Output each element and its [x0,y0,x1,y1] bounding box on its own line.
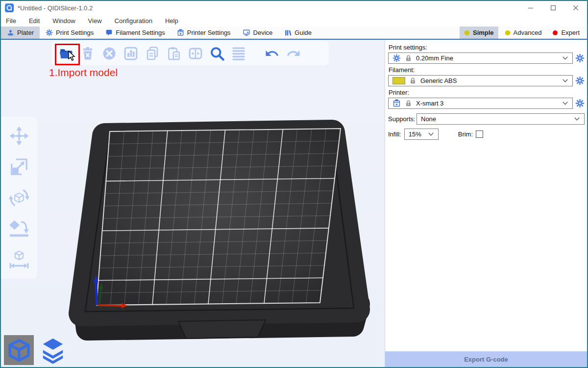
minimize-button[interactable] [519,1,542,15]
export-gcode-button[interactable]: Export G-code [385,351,587,367]
paste-button[interactable] [167,46,181,61]
search-icon [210,46,224,61]
lock-icon [409,77,416,84]
bed-grid-surface [97,129,341,305]
tab-plater[interactable]: Plater [1,26,40,39]
supports-value: None [421,115,570,123]
filament-icon [105,29,113,36]
maximize-button[interactable] [542,1,564,15]
supports-label: Supports: [388,115,416,123]
menu-help[interactable]: Help [165,17,178,25]
tab-print-settings[interactable]: Print Settings [40,26,99,39]
printer-combo[interactable]: X-smart 3 [388,98,573,109]
layers-editing-icon [231,46,246,61]
place-on-face-tool-button[interactable] [9,218,29,239]
filament-gear-button[interactable] [575,76,585,85]
mode-advanced-label: Advanced [514,29,542,36]
infill-combo[interactable]: 15% [404,129,439,140]
mode-expert[interactable]: Expert [548,26,584,39]
menu-file[interactable]: File [6,17,16,25]
printer-value: X-smart 3 [416,100,558,107]
menu-configuration[interactable]: Configuration [115,17,152,25]
import-model-button[interactable] [59,46,74,61]
printer-label: Printer: [389,89,585,96]
menu-bar: File Edit Window View Configuration Help [1,15,587,26]
infill-label: Infill: [388,131,401,138]
print-bed [1,40,385,367]
mode-advanced[interactable]: Advanced [500,26,546,39]
bed-grid-lines [98,129,339,305]
tab-plater-label: Plater [17,29,34,36]
printer-icon [392,99,401,107]
tab-guide[interactable]: Guide [278,26,318,39]
scale-to-fit-tool-button[interactable] [9,249,29,270]
window-controls [519,1,587,15]
delete-button[interactable] [80,46,95,61]
undo-button[interactable] [265,46,279,61]
object-manipulation-toolbar [1,117,37,279]
scale-tool-button[interactable] [9,157,29,177]
import-annotation: 1.Import model [49,67,118,79]
plater-3d-viewport[interactable]: 1.Import model [1,40,385,367]
y-axis-icon [99,283,103,289]
tab-printer-settings-label: Printer Settings [187,29,231,36]
menu-edit[interactable]: Edit [29,17,40,25]
menu-view[interactable]: View [88,17,102,25]
tab-bar: Plater Print Settings Filament Settings … [1,26,587,40]
close-button[interactable] [564,1,587,15]
tab-device-label: Device [253,29,273,36]
brim-label: Brim: [458,131,473,138]
delete-icon [80,46,95,61]
app-window: *Untitled - QIDISlicer-1.0.2 File Edit W… [0,0,588,368]
preview-layers-view-button[interactable] [38,335,68,365]
filament-combo[interactable]: Generic ABS [388,75,573,86]
mode-simple-label: Simple [473,29,494,36]
bed-tray-front [84,304,359,329]
expert-mode-icon [552,30,558,36]
tab-device[interactable]: Device [237,26,279,39]
rotate-tool-button[interactable] [9,187,29,208]
delete-all-icon [102,46,117,61]
lock-icon [405,100,412,107]
filament-value: Generic ABS [420,77,558,84]
redo-icon [286,46,301,61]
bed-tray-body [81,132,357,314]
tab-printer-settings[interactable]: Printer Settings [171,26,237,39]
editor-3d-view-button[interactable] [4,335,34,365]
close-icon [573,5,579,11]
print-settings-combo[interactable]: 0.20mm Fine [388,53,573,64]
split-to-objects-button[interactable] [188,46,203,61]
arrange-button[interactable] [123,46,138,61]
view-toggle [4,335,68,365]
minimize-icon [528,5,534,11]
z-axis-icon [94,275,98,282]
delete-all-button[interactable] [102,46,117,61]
chevron-down-icon [562,100,568,106]
tab-filament-settings[interactable]: Filament Settings [99,26,171,39]
copy-button[interactable] [145,46,160,61]
print-settings-gear-button[interactable] [575,53,585,63]
layers-editing-button[interactable] [231,46,246,61]
mode-switcher: Simple Advanced Expert [460,26,587,39]
menu-window[interactable]: Window [52,17,75,25]
plater-icon [7,29,14,36]
printer-gear-button[interactable] [575,99,585,108]
print-settings-value: 0.20mm Fine [416,54,558,62]
brim-checkbox[interactable] [476,131,483,138]
bed-handle-notch [178,320,266,339]
arrange-icon [123,46,138,61]
import-folder-icon [59,46,74,61]
supports-combo[interactable]: None [416,113,585,125]
search-button[interactable] [210,46,224,61]
tab-filament-settings-label: Filament Settings [116,29,165,36]
redo-button[interactable] [286,46,301,61]
move-tool-button[interactable] [9,126,29,146]
title-bar: *Untitled - QIDISlicer-1.0.2 [1,1,587,15]
filament-label: Filament: [389,66,585,74]
mode-simple[interactable]: Simple [460,26,498,39]
advanced-mode-icon [505,30,511,36]
settings-sidebar: Print settings: 0.20mm Fine Filament: Ge… [385,40,587,367]
place-on-face-icon [9,218,29,239]
chevron-down-icon [428,131,434,137]
cube-3d-view-icon [6,337,32,364]
